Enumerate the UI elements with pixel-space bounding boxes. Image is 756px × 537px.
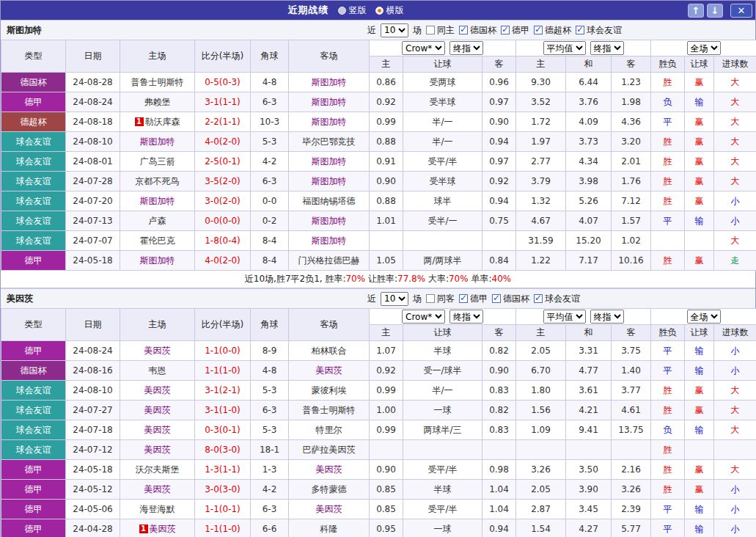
date-cell: 24-05-06: [66, 500, 120, 519]
match-row: 球会友谊24-07-20斯图加特3-0(2-0)0-0福图纳锡塔德0.88球半0…: [1, 191, 756, 211]
match-count-select[interactable]: 10: [381, 23, 408, 37]
recent-results-window: 近期战绩 竖版 横版 ↑ ↓ ✕ 斯图加特近10场同主德国杯德甲德超杯球会友谊类…: [0, 0, 756, 537]
away-team-name: 斯图加特: [312, 156, 347, 167]
subcolumn-header: 主: [516, 56, 566, 73]
home-team-cell: 沃尔夫斯堡: [120, 460, 195, 480]
result-cell: 赢: [685, 480, 714, 500]
odds-source-select[interactable]: 终指: [449, 41, 483, 55]
home-team-name: 弗赖堡: [144, 97, 171, 107]
result-cell: 负: [651, 420, 685, 440]
checkbox-icon: [426, 26, 435, 34]
odds-source-select[interactable]: 全场: [687, 310, 721, 324]
away-team-name: 毕尔巴鄂竞技: [303, 136, 356, 147]
radio-icon: [375, 7, 383, 15]
handicap-odds-cell: 1.00: [370, 401, 403, 420]
date-cell: 24-05-12: [66, 480, 120, 500]
scroll-down-icon[interactable]: ↓: [707, 4, 723, 18]
league-badge: 球会友谊: [1, 172, 65, 191]
handicap-odds-cell: [370, 231, 403, 251]
league-filter-checkbox[interactable]: 球会友谊: [576, 24, 622, 37]
result-cell: 胜: [651, 191, 685, 211]
average-odds-cell: 2.01: [612, 152, 651, 172]
average-odds-cell: 3.52: [516, 92, 566, 112]
odds-source-select[interactable]: Crow*: [402, 310, 445, 324]
score-cell: 4-0(2-0): [195, 132, 251, 152]
average-odds-cell: 2.87: [516, 500, 566, 519]
score-cell: 3-0(3-0): [195, 480, 251, 500]
odds-source-select[interactable]: 终指: [590, 41, 624, 55]
same-venue-checkbox[interactable]: 同客: [426, 293, 455, 305]
average-odds-cell: 31.59: [516, 231, 566, 251]
close-icon[interactable]: ✕: [730, 4, 752, 18]
average-odds-cell: 3.77: [612, 381, 651, 401]
league-badge: 球会友谊: [1, 420, 65, 439]
average-odds-cell: 1.09: [516, 420, 566, 440]
result-cell: 胜: [651, 132, 685, 152]
average-odds-cell: 1.23: [612, 73, 651, 92]
checkbox-label: 德国杯: [470, 24, 496, 37]
handicap-odds-cell: [403, 231, 482, 251]
result-cell: 赢: [685, 112, 714, 132]
league-filter-checkbox[interactable]: 德国杯: [459, 24, 496, 37]
odds-group-header: Crow*终指: [370, 309, 516, 325]
scroll-up-icon[interactable]: ↑: [688, 4, 704, 18]
home-team-cell: 广岛三箭: [120, 152, 195, 172]
away-team-name: 斯图加特: [312, 117, 347, 127]
match-count-select[interactable]: 10: [381, 292, 408, 306]
odds-group-header: Crow*终指: [370, 40, 516, 56]
corners-cell: 6-3: [251, 92, 289, 112]
away-team-name: 普鲁士明斯特: [303, 405, 356, 415]
subcolumn-header: 让球: [403, 56, 482, 73]
away-team-name: 斯图加特: [312, 216, 347, 226]
league-filter-checkbox[interactable]: 德甲: [459, 293, 488, 305]
result-cell: 小: [714, 211, 756, 231]
result-cell: 平: [651, 112, 685, 132]
handicap-odds-cell: 0.91: [370, 152, 403, 172]
layout-radio-vertical[interactable]: 竖版: [338, 4, 367, 17]
subcolumn-header: 客: [612, 325, 651, 341]
odds-source-select[interactable]: 平均值: [543, 41, 586, 55]
match-row: 球会友谊24-07-18美因茨0-3(0-1)5-3特里尔0.99两球半/三0.…: [1, 420, 756, 440]
date-cell: 24-08-24: [66, 92, 120, 112]
league-filter-checkbox[interactable]: 球会友谊: [534, 293, 580, 305]
match-row: 德超杯24-08-181勒沃库森2-2(1-1)10-3斯图加特0.99半/一0…: [1, 112, 756, 132]
average-odds-cell: 3.26: [516, 460, 566, 480]
corners-cell: 18-1: [251, 440, 289, 460]
league-badge: 球会友谊: [1, 231, 65, 250]
average-odds-cell: 2.05: [516, 480, 566, 500]
average-odds-cell: 3.98: [566, 172, 612, 191]
handicap-odds-cell: 0.92: [370, 92, 403, 112]
layout-radio-horizontal[interactable]: 横版: [375, 4, 404, 17]
score-cell: 3-1(1-0): [195, 401, 251, 420]
handicap-odds-cell: 一球: [403, 519, 482, 537]
result-cell: 平: [651, 211, 685, 231]
odds-source-select[interactable]: 全场: [687, 41, 721, 55]
away-team-cell: 蒙彼利埃: [289, 381, 370, 401]
team-name: 斯图加特: [7, 24, 42, 37]
handicap-odds-cell: 0.88: [370, 132, 403, 152]
corners-cell: 5-3: [251, 132, 289, 152]
result-cell: 小: [714, 500, 756, 519]
odds-source-select[interactable]: 平均值: [543, 310, 586, 324]
handicap-odds-cell: [403, 440, 482, 460]
average-odds-cell: 2.16: [612, 460, 651, 480]
odds-source-select[interactable]: 终指: [590, 310, 624, 324]
league-filter-checkbox[interactable]: 德甲: [501, 24, 529, 37]
average-odds-cell: 6.70: [516, 361, 566, 381]
odds-source-select[interactable]: 终指: [449, 310, 483, 324]
league-filter-checkbox[interactable]: 德国杯: [492, 293, 529, 305]
result-cell: 赢: [685, 381, 714, 401]
match-row: 德甲24-05-18斯图加特4-0(2-0)8-4门兴格拉德巴赫1.05两/两球…: [1, 251, 756, 271]
radio-label-vertical: 竖版: [349, 4, 367, 17]
sections-container: 斯图加特近10场同主德国杯德甲德超杯球会友谊类型日期主场比分(半场)角球客场Cr…: [1, 20, 755, 537]
average-odds-cell: 2.05: [516, 341, 566, 361]
same-venue-checkbox[interactable]: 同主: [426, 24, 455, 37]
average-odds-cell: 1.72: [516, 112, 566, 132]
away-team-cell: 斯图加特: [289, 211, 370, 231]
league-filter-checkbox[interactable]: 德超杯: [534, 24, 571, 37]
corners-cell: 1-3: [251, 460, 289, 480]
column-header: 类型: [1, 40, 66, 73]
away-team-cell: 斯图加特: [289, 112, 370, 132]
away-team-name: 巴萨拉美因茨: [303, 445, 356, 455]
odds-source-select[interactable]: Crow*: [402, 41, 445, 55]
